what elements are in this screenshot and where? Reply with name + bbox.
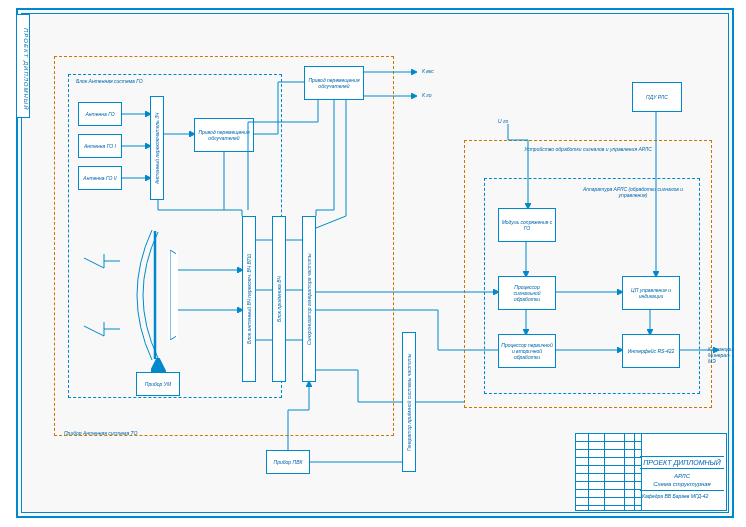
drawing-frame: ПРОЕКТ ДИПЛОМНЫЙ Прибор Антенная система… xyxy=(16,8,734,518)
io-k-stan: К станции Минерал-МЭ xyxy=(708,346,738,364)
tb-project: ПРОЕКТ ДИПЛОМНЫЙ xyxy=(640,456,724,468)
block-pvk: Прибор ПВК xyxy=(266,450,310,474)
block-vert-b1: Блок антенный ВЧ переключ. ВЧ ВТШ xyxy=(242,216,256,382)
block-drive2: Привод перемещения облучателей xyxy=(194,118,254,152)
block-drive1: Привод перемещения облучателей xyxy=(304,66,364,100)
side-tab: ПРОЕКТ ДИПЛОМНЫЙ xyxy=(16,14,30,118)
tb-left-grid xyxy=(576,434,642,510)
label-proc-unit: Устройство обработки сигналов и управлен… xyxy=(518,146,658,152)
block-generator: Генератор приёмной системы частоты xyxy=(402,332,416,472)
label-antenna-go: Блок Антенная система ГО xyxy=(76,78,143,84)
block-vert-b2: Блок приёмника ВЧ xyxy=(272,216,286,382)
block-pdu: ПДУ РЛС xyxy=(632,82,682,112)
tb-footer: Кафедра ВВ Бараев МГД-42 xyxy=(640,490,724,508)
block-proc-prim: Процессор первичной и вторичной обработк… xyxy=(498,334,556,368)
block-vert-b3: Синхронизатор генератора частоты xyxy=(302,216,316,382)
block-rs422: Интерфейс RS-422 xyxy=(622,334,680,368)
svg-line-4 xyxy=(170,334,176,340)
io-k-go: К го xyxy=(422,92,432,98)
io-k-vks: К вкс xyxy=(422,68,434,74)
title-block: ПРОЕКТ ДИПЛОМНЫЙ АРЛС Схема структурная … xyxy=(575,433,727,511)
label-apparatus: Аппаратура АРЛС (обработки сигналов и уп… xyxy=(578,186,688,198)
tb-doc: АРЛС Схема структурная xyxy=(640,468,724,490)
block-mod-sopr: Модуль сопряжения с ГО xyxy=(498,208,556,242)
tb-doc-title: АРЛС xyxy=(674,473,690,479)
block-proc-sig: Процессор сигнальной обработки xyxy=(498,276,556,310)
block-ant-go2: Антенна ГО II xyxy=(78,166,122,190)
block-cp: ЦП управления и индикации xyxy=(622,276,680,310)
label-antenna-to: Прибор Антенная система ТО xyxy=(64,430,137,436)
block-switch-3ch: Антенный переключатель 3Ч xyxy=(150,96,164,200)
io-u-go: U го xyxy=(498,118,508,124)
block-ant-go1: Антенна ГО I xyxy=(78,134,122,158)
tb-doc-sub: Схема структурная xyxy=(653,481,711,487)
block-um: Прибор УМ xyxy=(136,372,180,396)
block-ant-go: Антенна ГО xyxy=(78,102,122,126)
svg-line-3 xyxy=(170,250,176,256)
feed-array xyxy=(168,250,178,340)
